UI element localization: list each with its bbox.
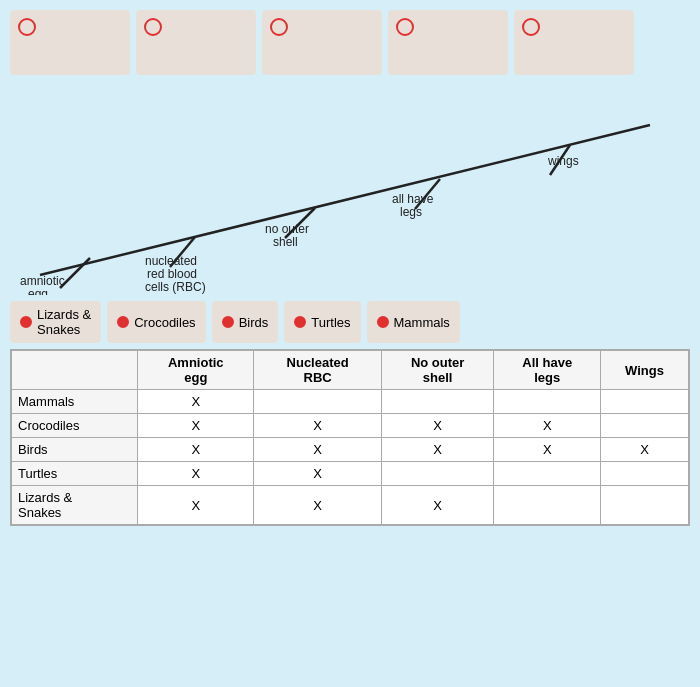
- legend-dot-birds: [222, 316, 234, 328]
- top-card-1: [10, 10, 130, 75]
- cell-croc-wings: [601, 414, 689, 438]
- row-label-turtles: Turtles: [12, 462, 138, 486]
- table-header-row: Amnioticegg NucleatedRBC No outershell A…: [12, 351, 689, 390]
- row-label-birds: Birds: [12, 438, 138, 462]
- legend-dot-lizards: [20, 316, 32, 328]
- row-label-lizards: Lizards &Snakes: [12, 486, 138, 525]
- table-row-birds: Birds X X X X X: [12, 438, 689, 462]
- circle-icon-1: [18, 18, 36, 36]
- col-header-all-legs: All havelegs: [494, 351, 601, 390]
- legend-label-mammals: Mammals: [394, 315, 450, 330]
- cell-croc-noouter: X: [381, 414, 494, 438]
- legend-mammals: Mammals: [367, 301, 460, 343]
- legend-label-turtles: Turtles: [311, 315, 350, 330]
- table-row-crocodiles: Crocodiles X X X X: [12, 414, 689, 438]
- cell-lizards-amniotic: X: [138, 486, 254, 525]
- table-row-lizards: Lizards &Snakes X X X: [12, 486, 689, 525]
- top-card-3: [262, 10, 382, 75]
- circle-icon-2: [144, 18, 162, 36]
- legend-label-crocodiles: Crocodiles: [134, 315, 195, 330]
- cell-turtles-amniotic: X: [138, 462, 254, 486]
- svg-text:egg: egg: [28, 287, 48, 295]
- row-label-crocodiles: Crocodiles: [12, 414, 138, 438]
- svg-text:amniotic: amniotic: [20, 274, 65, 288]
- cell-mammals-legs: [494, 390, 601, 414]
- col-header-nucleated: NucleatedRBC: [254, 351, 381, 390]
- col-header-wings: Wings: [601, 351, 689, 390]
- col-header-no-outer: No outershell: [381, 351, 494, 390]
- col-header-amniotic: Amnioticegg: [138, 351, 254, 390]
- top-cards-row: [0, 0, 700, 75]
- legend-dot-mammals: [377, 316, 389, 328]
- svg-line-0: [40, 125, 650, 275]
- circle-icon-3: [270, 18, 288, 36]
- legend-turtles: Turtles: [284, 301, 360, 343]
- circle-icon-4: [396, 18, 414, 36]
- cell-turtles-nucleated: X: [254, 462, 381, 486]
- legend-dot-crocodiles: [117, 316, 129, 328]
- svg-text:no outer: no outer: [265, 222, 309, 236]
- col-header-group: [12, 351, 138, 390]
- legend-label-lizards: Lizards &Snakes: [37, 307, 91, 337]
- cell-croc-legs: X: [494, 414, 601, 438]
- legend-row: Lizards &Snakes Crocodiles Birds Turtles…: [10, 301, 690, 343]
- cell-lizards-wings: [601, 486, 689, 525]
- svg-text:all have: all have: [392, 192, 434, 206]
- cell-birds-amniotic: X: [138, 438, 254, 462]
- cell-lizards-nucleated: X: [254, 486, 381, 525]
- cell-lizards-legs: [494, 486, 601, 525]
- svg-text:cells (RBC): cells (RBC): [145, 280, 206, 294]
- cell-birds-wings: X: [601, 438, 689, 462]
- cell-birds-noouter: X: [381, 438, 494, 462]
- cell-mammals-amniotic: X: [138, 390, 254, 414]
- cell-mammals-noouter: [381, 390, 494, 414]
- cell-turtles-legs: [494, 462, 601, 486]
- cell-mammals-wings: [601, 390, 689, 414]
- legend-dot-turtles: [294, 316, 306, 328]
- cell-croc-nucleated: X: [254, 414, 381, 438]
- legend-crocodiles: Crocodiles: [107, 301, 205, 343]
- svg-text:shell: shell: [273, 235, 298, 249]
- circle-icon-5: [522, 18, 540, 36]
- table-row-turtles: Turtles X X: [12, 462, 689, 486]
- legend-label-birds: Birds: [239, 315, 269, 330]
- svg-text:red blood: red blood: [147, 267, 197, 281]
- cell-birds-nucleated: X: [254, 438, 381, 462]
- cladogram-area: amniotic egg nucleated red blood cells (…: [10, 75, 690, 295]
- legend-lizards-snakes: Lizards &Snakes: [10, 301, 101, 343]
- data-table-wrapper: Amnioticegg NucleatedRBC No outershell A…: [10, 349, 690, 526]
- cell-lizards-noouter: X: [381, 486, 494, 525]
- svg-text:wings: wings: [547, 154, 579, 168]
- table-row-mammals: Mammals X: [12, 390, 689, 414]
- cell-mammals-nucleated: [254, 390, 381, 414]
- cell-croc-amniotic: X: [138, 414, 254, 438]
- svg-text:nucleated: nucleated: [145, 254, 197, 268]
- cell-turtles-noouter: [381, 462, 494, 486]
- cladogram-svg: amniotic egg nucleated red blood cells (…: [10, 75, 690, 295]
- data-table: Amnioticegg NucleatedRBC No outershell A…: [11, 350, 689, 525]
- cell-birds-legs: X: [494, 438, 601, 462]
- top-card-2: [136, 10, 256, 75]
- top-card-4: [388, 10, 508, 75]
- cell-turtles-wings: [601, 462, 689, 486]
- row-label-mammals: Mammals: [12, 390, 138, 414]
- svg-text:legs: legs: [400, 205, 422, 219]
- top-card-5: [514, 10, 634, 75]
- legend-birds: Birds: [212, 301, 279, 343]
